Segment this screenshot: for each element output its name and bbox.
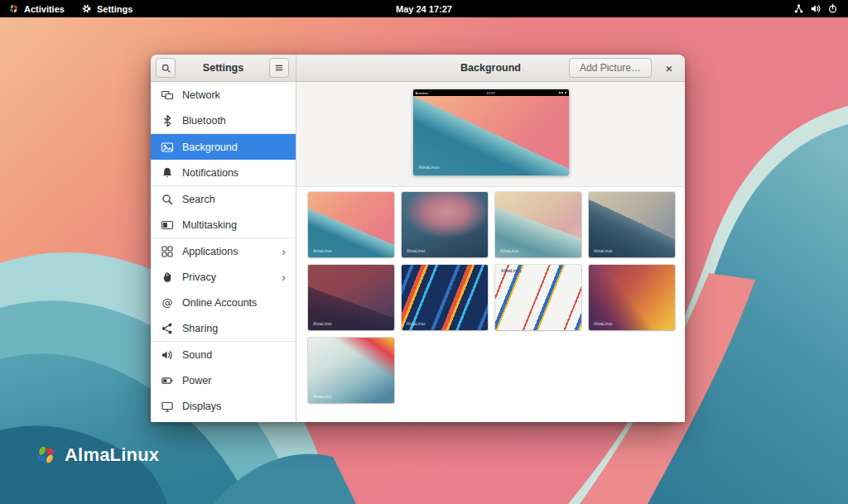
sidebar-item-sound[interactable]: Sound — [151, 342, 296, 367]
add-picture-button[interactable]: Add Picture… — [569, 58, 652, 78]
hamburger-menu-icon — [274, 63, 284, 73]
close-button[interactable]: × — [660, 59, 678, 77]
app-menu-settings[interactable]: Settings — [73, 0, 141, 17]
power-icon — [827, 3, 838, 14]
preview-top-bar: Activities 17:27 — [413, 89, 569, 96]
at-icon: @ — [161, 296, 174, 310]
wallpaper-grid: AlmaLinux AlmaLinux AlmaLinux AlmaLinux … — [296, 187, 685, 403]
multitasking-icon — [161, 218, 174, 232]
wallpaper-watermark: AlmaLinux — [313, 249, 332, 253]
close-icon: × — [666, 61, 673, 75]
sidebar-item-bluetooth[interactable]: Bluetooth — [151, 108, 296, 133]
gear-icon — [81, 3, 92, 14]
activities-button[interactable]: Activities — [0, 0, 73, 17]
chevron-right-icon: › — [282, 271, 287, 283]
monitor-icon — [161, 400, 174, 413]
wallpaper-thumb-paint-dark[interactable]: AlmaLinux — [402, 265, 488, 330]
sidebar-item-privacy[interactable]: Privacy › — [151, 264, 296, 290]
search-icon — [161, 193, 174, 206]
almalinux-pinwheel-icon — [8, 3, 19, 14]
wallpaper-watermark: AlmaLinux — [500, 249, 519, 253]
share-icon — [161, 322, 174, 335]
wallpaper-watermark: AlmaLinux — [313, 322, 332, 326]
chevron-right-icon: › — [282, 246, 287, 257]
wallpaper-thumb-waves-dark[interactable]: AlmaLinux — [589, 192, 675, 257]
wallpaper-watermark: AlmaLinux — [407, 322, 426, 326]
activities-label: Activities — [24, 4, 65, 14]
wallpaper-thumb-waves-light[interactable]: AlmaLinux — [308, 338, 394, 403]
titlebar-left: Settings — [151, 55, 296, 81]
wallpaper-thumb-waves-day[interactable]: AlmaLinux — [308, 192, 394, 257]
bluetooth-icon — [161, 114, 174, 127]
preview-clock: 17:27 — [413, 91, 569, 95]
almalinux-pinwheel-icon — [35, 444, 57, 466]
grid-icon — [161, 245, 174, 258]
sidebar-item-notifications[interactable]: Notifications — [151, 160, 296, 185]
almalinux-desktop-logo: AlmaLinux — [35, 444, 159, 466]
wallpaper-watermark: AlmaLinux — [407, 249, 426, 253]
wallpaper-watermark: AlmaLinux — [594, 249, 613, 253]
sidebar-item-network[interactable]: Network — [151, 82, 296, 108]
current-wallpaper-preview: Activities 17:27 AlmaLinux — [413, 89, 569, 175]
sidebar-item-sharing[interactable]: Sharing — [151, 315, 296, 341]
search-icon — [161, 63, 171, 74]
network-icon — [161, 89, 174, 102]
sidebar-item-displays[interactable]: Displays — [151, 393, 296, 419]
speaker-icon — [161, 348, 174, 362]
clock-label[interactable]: May 24 17:27 — [396, 4, 452, 14]
wallpaper-thumb-sunset[interactable]: AlmaLinux — [589, 265, 675, 330]
primary-menu-button[interactable] — [269, 58, 289, 78]
svg-text:@: @ — [162, 296, 173, 309]
sidebar-item-applications[interactable]: Applications › — [151, 238, 296, 264]
app-menu-label: Settings — [97, 4, 132, 14]
background-panel: Activities 17:27 AlmaLinux AlmaLinux Alm… — [296, 82, 685, 422]
battery-icon — [161, 374, 174, 387]
top-bar: Activities Settings May 24 17:27 — [0, 0, 848, 17]
current-wallpaper-strip: Activities 17:27 AlmaLinux — [296, 82, 685, 187]
settings-window: Settings Background Add Picture… × — [151, 55, 685, 422]
wallpaper-watermark: AlmaLinux — [501, 269, 522, 273]
desktop: Activities Settings May 24 17:27 — [0, 0, 848, 504]
wallpaper-thumb-waves-twilight[interactable]: AlmaLinux — [402, 192, 488, 257]
sidebar-item-multitasking[interactable]: Multitasking — [151, 212, 296, 238]
wallpaper-watermark: AlmaLinux — [313, 395, 332, 399]
wallpaper-thumb-mountains-red[interactable]: AlmaLinux — [308, 265, 394, 330]
sidebar-item-background[interactable]: Background — [151, 134, 296, 160]
volume-icon — [810, 3, 822, 14]
titlebar-right: Background Add Picture… × — [296, 55, 685, 81]
image-icon — [161, 141, 174, 154]
system-status-area[interactable] — [788, 0, 843, 17]
sidebar-item-search[interactable]: Search — [151, 186, 296, 212]
bell-icon — [161, 166, 174, 180]
network-icon — [793, 3, 804, 14]
search-button[interactable] — [156, 58, 176, 78]
wallpaper-thumb-paint-light[interactable]: AlmaLinux — [495, 265, 581, 330]
almalinux-logo-text: AlmaLinux — [65, 444, 159, 466]
settings-sidebar: Network Bluetooth — [151, 82, 296, 422]
sidebar-item-power[interactable]: Power — [151, 367, 296, 393]
wallpaper-watermark: AlmaLinux — [594, 322, 613, 326]
hand-icon — [161, 271, 174, 284]
window-titlebar[interactable]: Settings Background Add Picture… × — [151, 55, 685, 82]
wallpaper-watermark: AlmaLinux — [419, 165, 440, 170]
sidebar-item-online-accounts[interactable]: @ Online Accounts — [151, 290, 296, 315]
wallpaper-thumb-waves-morning[interactable]: AlmaLinux — [495, 192, 581, 257]
